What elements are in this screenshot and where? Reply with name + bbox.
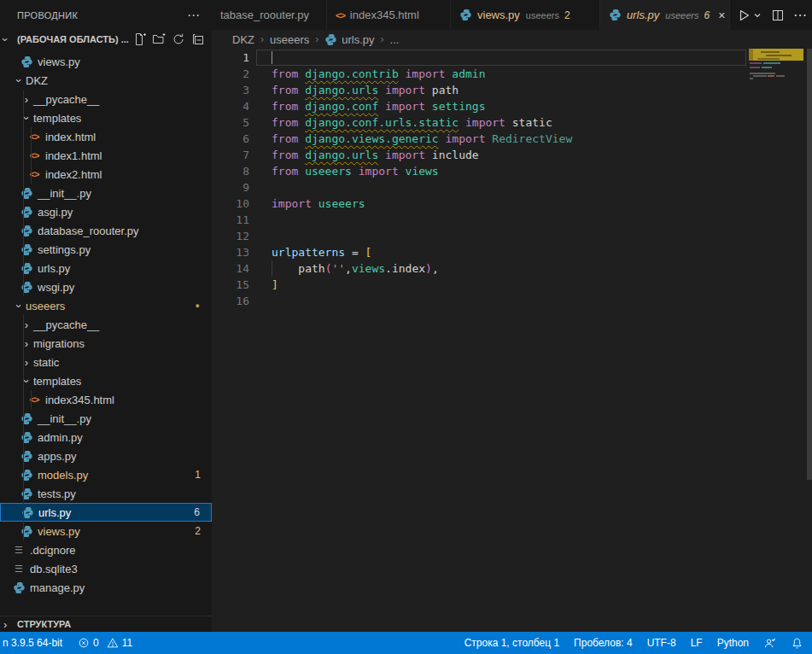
tree-item[interactable]: __init__.py — [0, 184, 212, 202]
tree-item[interactable]: ›__pycache__ — [0, 90, 212, 108]
status-indentation[interactable]: Пробелов: 4 — [574, 637, 633, 649]
tab-index345.html[interactable]: <>index345.html — [327, 0, 451, 30]
code-token: '' — [331, 262, 345, 275]
tree-item[interactable]: asgi.py — [0, 202, 212, 221]
code-line[interactable]: 14 path('',views.index), — [212, 260, 812, 277]
code-line[interactable]: 11 — [212, 212, 812, 228]
status-cursor-position[interactable]: Строка 1, столбец 1 — [464, 637, 559, 649]
tree-item[interactable]: tests.py — [0, 484, 212, 503]
code-line[interactable]: 2from django.contrib import admin — [212, 66, 812, 82]
chevron-down-icon: › — [20, 376, 33, 387]
minimap[interactable] — [748, 49, 807, 322]
editor-more-actions-icon[interactable]: ⋯ — [793, 7, 807, 23]
warning-icon — [107, 637, 119, 649]
breadcrumb-item[interactable]: urls.py — [342, 33, 374, 46]
tree-item[interactable]: ›migrations — [0, 334, 212, 353]
tree-item[interactable]: ›useeers● — [0, 296, 212, 315]
current-line-highlight — [256, 50, 746, 66]
status-problems[interactable]: 0 11 — [78, 637, 132, 649]
tab-tabase_roouter.py[interactable]: tabase_roouter.py — [212, 0, 327, 30]
tree-item[interactable]: wsgi.py — [0, 277, 212, 296]
tab-urls.py[interactable]: urls.pyuseeers6× — [600, 0, 730, 30]
tree-item[interactable]: urls.py — [0, 259, 212, 277]
code-line[interactable]: 15] — [212, 277, 812, 293]
status-python-version[interactable]: n 3.9.5 64-bit — [3, 637, 62, 649]
code-line[interactable]: 7from django.urls import include — [212, 147, 812, 163]
tree-item[interactable]: ›templates — [0, 108, 212, 127]
status-encoding[interactable]: UTF-8 — [647, 637, 676, 649]
explorer-more-actions-icon[interactable]: ⋯ — [187, 11, 200, 20]
new-file-icon[interactable] — [132, 32, 146, 46]
error-count: 0 — [93, 637, 99, 649]
code-line-text: import useeers — [272, 196, 365, 212]
chevron-down-icon: › — [20, 113, 33, 124]
workspace-section-header[interactable]: › (РАБОЧАЯ ОБЛАСТЬ) ... — [0, 30, 212, 49]
tree-item[interactable]: admin.py — [0, 428, 212, 447]
tree-item[interactable]: <>index.html — [0, 127, 212, 146]
chevron-glyph: › — [14, 79, 25, 82]
outline-section-header[interactable]: › СТРУКТУРА — [0, 616, 212, 632]
tab-views.py[interactable]: views.pyuseeers2 — [451, 0, 600, 30]
split-editor-icon[interactable] — [771, 9, 785, 22]
tree-item[interactable]: views.py — [0, 52, 212, 71]
tree-item[interactable]: ›static — [0, 353, 212, 371]
tree-item[interactable]: settings.py — [0, 240, 212, 259]
tree-item[interactable]: urls.py6 — [0, 503, 212, 522]
code-editor[interactable]: 12from django.contrib import admin3from … — [212, 50, 812, 309]
code-line[interactable]: 5from django.conf.urls.static import sta… — [212, 114, 812, 131]
file-tree: views.py›DKZ›__pycache__›templates<>inde… — [0, 52, 212, 597]
tree-item[interactable]: manage.py — [0, 578, 212, 597]
tree-item[interactable]: ›DKZ — [0, 71, 212, 90]
code-token — [459, 116, 465, 129]
tree-item[interactable]: ›__pycache__ — [0, 315, 212, 334]
code-line[interactable]: 6from django.views.generic import Redire… — [212, 131, 812, 147]
status-language[interactable]: Python — [717, 637, 749, 649]
code-line[interactable]: 10import useeers — [212, 196, 812, 212]
new-folder-icon[interactable] — [152, 32, 166, 46]
run-python-file-icon[interactable] — [737, 9, 751, 22]
code-line-text: from django.conf.urls.static import stat… — [272, 114, 552, 131]
tree-item[interactable]: database_roouter.py — [0, 221, 212, 240]
tree-item[interactable]: ☰db.sqlite3 — [0, 559, 212, 578]
line-number: 6 — [212, 131, 249, 147]
close-icon[interactable]: × — [718, 9, 725, 21]
code-line[interactable]: 13urlpatterns = [ — [212, 244, 812, 260]
collapse-all-icon[interactable] — [191, 32, 205, 46]
code-line[interactable]: 12 — [212, 228, 812, 244]
breadcrumb-item[interactable]: ... — [390, 33, 400, 46]
tree-item[interactable]: apps.py — [0, 447, 212, 465]
breadcrumb-item[interactable]: DKZ — [232, 33, 254, 46]
tree-item[interactable]: ›templates — [0, 371, 212, 390]
modified-dot: ● — [196, 301, 200, 310]
code-line[interactable]: 16 — [212, 293, 812, 309]
code-line[interactable]: 9 — [212, 179, 812, 196]
code-token: , — [345, 262, 352, 275]
code-token — [298, 132, 305, 145]
refresh-icon[interactable] — [172, 32, 185, 46]
tree-item[interactable]: models.py1 — [0, 465, 212, 484]
tree-item-label: views.py — [38, 525, 80, 538]
status-eol[interactable]: LF — [691, 637, 703, 649]
python-icon — [13, 581, 26, 594]
bell-icon[interactable] — [791, 637, 803, 650]
tree-item[interactable]: <>index2.html — [0, 165, 212, 184]
code-token: useeers — [318, 197, 365, 210]
file-icon-slot: <> — [27, 169, 41, 179]
tree-item[interactable]: <>index1.html — [0, 146, 212, 165]
code-line[interactable]: 8from useeers import views — [212, 163, 812, 179]
tree-item[interactable]: __init__.py — [0, 409, 212, 428]
run-dropdown-chevron-icon[interactable] — [752, 10, 762, 20]
code-line[interactable]: 4from django.conf import settings — [212, 98, 812, 114]
breadcrumb-item[interactable]: useeers — [270, 33, 309, 46]
code-token — [298, 165, 305, 178]
file-icon: ☰ — [15, 545, 23, 556]
tree-item[interactable]: ☰.dcignore — [0, 540, 212, 559]
code-line[interactable]: 3from django.urls import path — [212, 82, 812, 98]
tree-item[interactable]: views.py2 — [0, 522, 212, 540]
feedback-icon[interactable] — [763, 637, 776, 650]
code-line[interactable]: 1 — [212, 50, 812, 66]
tree-item[interactable]: <>index345.html — [0, 390, 212, 409]
line-number: 13 — [212, 244, 249, 260]
editor-scrollbar[interactable] — [807, 49, 812, 480]
tree-item-label: urls.py — [38, 262, 70, 275]
